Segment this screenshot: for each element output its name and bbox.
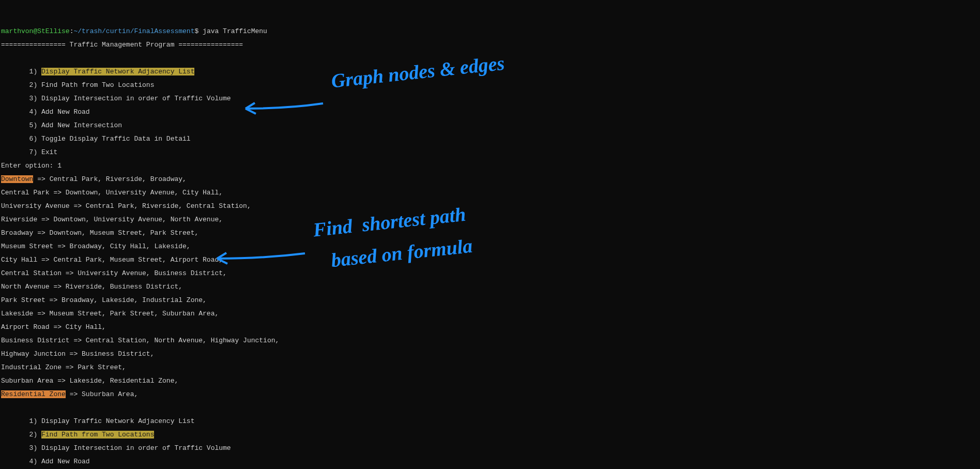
menu2-opt2-highlight: Find Path from Two Locations bbox=[41, 431, 154, 438]
residential-highlight: Residential Zone bbox=[1, 390, 66, 398]
downtown-highlight: Downtown bbox=[1, 175, 33, 183]
terminal-prompt-line: marthvon@StEllise:~/trash/curtin/FinalAs… bbox=[1, 28, 979, 35]
adj-l10: Park Street => Broadway, Lakeside, Indus… bbox=[1, 297, 979, 304]
menu1-opt1-highlight: Display Traffic Network Adjacency List bbox=[41, 68, 194, 75]
adj-l3: University Avenue => Central Park, River… bbox=[1, 203, 979, 209]
menu1-opt2: 2) Find Path from Two Locations bbox=[1, 82, 979, 88]
adj-l9: North Avenue => Riverside, Business Dist… bbox=[1, 283, 979, 290]
adj-l8: Central Station => University Avenue, Bu… bbox=[1, 270, 979, 277]
menu1-opt7: 7) Exit bbox=[1, 149, 979, 156]
menu2-opt1: 1) Display Traffic Network Adjacency Lis… bbox=[1, 418, 979, 425]
prompt-command: java TrafficMenu bbox=[203, 27, 267, 35]
menu2-opt3: 3) Display Intersection in order of Traf… bbox=[1, 445, 979, 451]
adj-l2: Central Park => Downtown, University Ave… bbox=[1, 189, 979, 196]
adj-l7: City Hall => Central Park, Museum Street… bbox=[1, 256, 979, 263]
menu2-opt4: 4) Add New Road bbox=[1, 458, 979, 465]
adj-l11: Lakeside => Museum Street, Park Street, … bbox=[1, 310, 979, 317]
blank-line bbox=[1, 55, 979, 62]
prompt-user-host: marthvon@StEllise bbox=[1, 27, 70, 35]
menu1-opt1: 1) Display Traffic Network Adjacency Lis… bbox=[1, 68, 979, 75]
adj-l4: Riverside => Downtown, University Avenue… bbox=[1, 216, 979, 223]
adj-residential: Residential Zone => Suburban Area, bbox=[1, 391, 979, 398]
adj-l14: Highway Junction => Business District, bbox=[1, 351, 979, 357]
adj-l12: Airport Road => City Hall, bbox=[1, 324, 979, 330]
menu2-opt2: 2) Find Path from Two Locations bbox=[1, 431, 979, 438]
adj-l15: Industrial Zone => Park Street, bbox=[1, 364, 979, 371]
adj-l16: Suburban Area => Lakeside, Residential Z… bbox=[1, 377, 979, 384]
adj-l6: Museum Street => Broadway, City Hall, La… bbox=[1, 243, 979, 250]
menu1-enter: Enter option: 1 bbox=[1, 162, 979, 169]
prompt-path: ~/trash/curtin/FinalAssessment bbox=[73, 27, 194, 35]
prompt-sep2: $ bbox=[194, 27, 203, 35]
adj-l5: Broadway => Downtown, Museum Street, Par… bbox=[1, 230, 979, 236]
adj-downtown: Downtown => Central Park, Riverside, Bro… bbox=[1, 176, 979, 183]
menu1-opt5: 5) Add New Intersection bbox=[1, 122, 979, 129]
menu1-opt6: 6) Toggle Display Traffic Data in Detail bbox=[1, 135, 979, 142]
menu1-opt3: 3) Display Intersection in order of Traf… bbox=[1, 95, 979, 102]
blank-line-2 bbox=[1, 404, 979, 411]
program-header: ================ Traffic Management Prog… bbox=[1, 41, 979, 48]
adj-l13: Business District => Central Station, No… bbox=[1, 337, 979, 344]
annotation-shortest-path-2: based on formula bbox=[330, 236, 473, 270]
menu1-opt4: 4) Add New Road bbox=[1, 109, 979, 115]
